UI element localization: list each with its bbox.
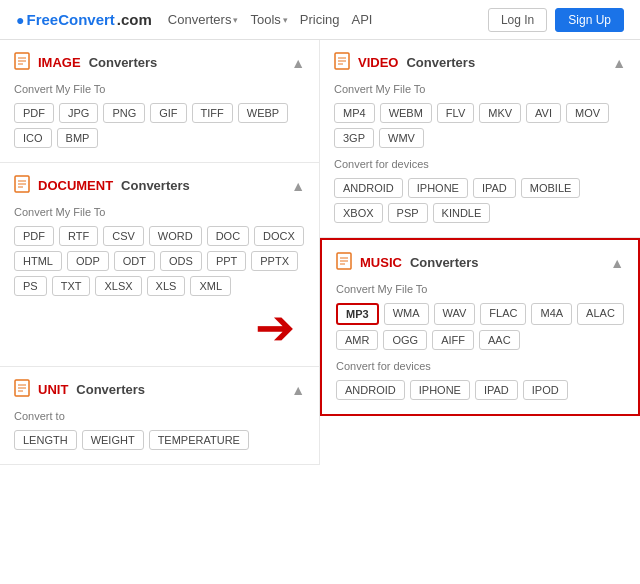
main-content: IMAGE Converters ▲ Convert My File To PD… [0,40,640,465]
tag-mobile[interactable]: MOBILE [521,178,581,198]
tag-aac[interactable]: AAC [479,330,520,350]
tag-xbox[interactable]: XBOX [334,203,383,223]
document-section-title: DOCUMENT Converters [14,175,190,196]
image-collapse-button[interactable]: ▲ [291,55,305,71]
tag-temperature[interactable]: TEMPERATURE [149,430,249,450]
tag-rtf[interactable]: RTF [59,226,98,246]
tag-ipod[interactable]: IPOD [523,380,568,400]
document-icon [14,175,30,196]
video-devices-label: Convert for devices [334,158,626,170]
tag-ps[interactable]: PS [14,276,47,296]
tag-avi[interactable]: AVI [526,103,561,123]
nav-api[interactable]: API [352,12,373,27]
unit-section-header: UNIT Converters ▲ [14,379,305,400]
tag-xls[interactable]: XLS [147,276,186,296]
tag-wma[interactable]: WMA [384,303,429,325]
tag-html[interactable]: HTML [14,251,62,271]
tag-txt[interactable]: TXT [52,276,91,296]
logo[interactable]: ● FreeConvert.com [16,11,152,28]
tag-xlsx[interactable]: XLSX [95,276,141,296]
tag-csv[interactable]: CSV [103,226,144,246]
video-section-title: VIDEO Converters [334,52,475,73]
tag-ipad[interactable]: IPAD [473,178,516,198]
tag-wav[interactable]: WAV [434,303,476,325]
image-section: IMAGE Converters ▲ Convert My File To PD… [0,40,319,163]
tag-doc[interactable]: DOC [207,226,249,246]
tag-xml[interactable]: XML [190,276,231,296]
tag-alac[interactable]: ALAC [577,303,624,325]
header-right: Log In Sign Up [488,8,624,32]
tag-jpg[interactable]: JPG [59,103,98,123]
music-sub-label: Convert My File To [336,283,624,295]
nav-converters[interactable]: Converters ▾ [168,12,239,27]
video-collapse-button[interactable]: ▲ [612,55,626,71]
image-tags: PDF JPG PNG GIF TIFF WEBP ICO BMP [14,103,305,148]
tag-odt[interactable]: ODT [114,251,155,271]
music-file-tags: MP3 WMA WAV FLAC M4A ALAC AMR OGG AIFF A… [336,303,624,350]
tag-webm[interactable]: WEBM [380,103,432,123]
tag-pdf[interactable]: PDF [14,103,54,123]
unit-collapse-button[interactable]: ▲ [291,382,305,398]
tag-flv[interactable]: FLV [437,103,474,123]
video-section: VIDEO Converters ▲ Convert My File To MP… [320,40,640,238]
tag-length[interactable]: LENGTH [14,430,77,450]
right-arrow-icon: ➔ [255,304,295,352]
tag-ods[interactable]: ODS [160,251,202,271]
tag-ico[interactable]: ICO [14,128,52,148]
video-icon [334,52,350,73]
tag-ipad[interactable]: IPAD [475,380,518,400]
right-column: VIDEO Converters ▲ Convert My File To MP… [320,40,640,465]
music-keyword: MUSIC [360,255,402,270]
unit-sub-label: Convert to [14,410,305,422]
tag-aiff[interactable]: AIFF [432,330,474,350]
document-collapse-button[interactable]: ▲ [291,178,305,194]
tag-android[interactable]: ANDROID [336,380,405,400]
tag-flac[interactable]: FLAC [480,303,526,325]
tag-gif[interactable]: GIF [150,103,186,123]
music-rest: Converters [410,255,479,270]
signup-button[interactable]: Sign Up [555,8,624,32]
tag-pdf[interactable]: PDF [14,226,54,246]
tag-webp[interactable]: WEBP [238,103,288,123]
tag-pptx[interactable]: PPTX [251,251,298,271]
nav-pricing[interactable]: Pricing [300,12,340,27]
tag-docx[interactable]: DOCX [254,226,304,246]
image-section-header: IMAGE Converters ▲ [14,52,305,73]
image-section-title: IMAGE Converters [14,52,157,73]
music-section: MUSIC Converters ▲ Convert My File To MP… [320,238,640,416]
tag-odp[interactable]: ODP [67,251,109,271]
video-device-tags: ANDROID IPHONE IPAD MOBILE XBOX PSP KIND… [334,178,626,223]
nav-tools[interactable]: Tools ▾ [250,12,287,27]
tag-ppt[interactable]: PPT [207,251,246,271]
tag-amr[interactable]: AMR [336,330,378,350]
tag-iphone[interactable]: IPHONE [408,178,468,198]
tag-psp[interactable]: PSP [388,203,428,223]
document-tags: PDF RTF CSV WORD DOC DOCX HTML ODP ODT O… [14,226,305,296]
tag-kindle[interactable]: KINDLE [433,203,491,223]
tag-android[interactable]: ANDROID [334,178,403,198]
tag-mkv[interactable]: MKV [479,103,521,123]
tag-word[interactable]: WORD [149,226,202,246]
chevron-down-icon: ▾ [233,15,238,25]
unit-section-title: UNIT Converters [14,379,145,400]
video-sub-label: Convert My File To [334,83,626,95]
music-collapse-button[interactable]: ▲ [610,255,624,271]
tag-wmv[interactable]: WMV [379,128,424,148]
unit-icon [14,379,30,400]
image-rest: Converters [89,55,158,70]
tag-m4a[interactable]: M4A [531,303,572,325]
tag-bmp[interactable]: BMP [57,128,99,148]
tag-mp4[interactable]: MP4 [334,103,375,123]
tag-tiff[interactable]: TIFF [192,103,233,123]
document-sub-label: Convert My File To [14,206,305,218]
tag-weight[interactable]: WEIGHT [82,430,144,450]
tag-iphone[interactable]: IPHONE [410,380,470,400]
site-header: ● FreeConvert.com Converters ▾ Tools ▾ P… [0,0,640,40]
tag-ogg[interactable]: OGG [383,330,427,350]
login-button[interactable]: Log In [488,8,547,32]
tag-png[interactable]: PNG [103,103,145,123]
tag-3gp[interactable]: 3GP [334,128,374,148]
tag-mp3[interactable]: MP3 [336,303,379,325]
tag-mov[interactable]: MOV [566,103,609,123]
unit-section: UNIT Converters ▲ Convert to LENGTH WEIG… [0,367,319,465]
